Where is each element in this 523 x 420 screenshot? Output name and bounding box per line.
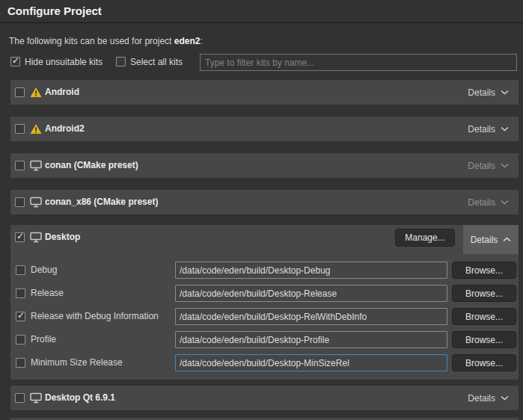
chevron-down-icon (501, 90, 509, 95)
kit-checkbox[interactable] (15, 393, 25, 403)
select-all-kits-checkbox[interactable] (116, 57, 126, 67)
chevron-down-icon (501, 163, 509, 168)
build-config-checkbox[interactable] (16, 288, 25, 298)
kit-row-desktop: Desktop Manage... Details Debug Browse..… (10, 225, 519, 380)
details-toggle[interactable]: Details (458, 190, 519, 214)
kit-name: conan_x86 (CMake preset) (45, 190, 158, 214)
kit-filter-input[interactable] (200, 54, 517, 71)
kit-checkbox[interactable] (15, 87, 25, 97)
browse-button[interactable]: Browse... (452, 308, 516, 325)
build-config-row-relwithdebinfo: Release with Debug Information Browse... (10, 308, 519, 325)
details-toggle[interactable]: Details (458, 386, 519, 410)
kit-name: Desktop (45, 225, 80, 250)
build-config-checkbox[interactable] (16, 358, 25, 368)
details-toggle[interactable]: Details (463, 225, 519, 254)
kit-row-conan-x86: conan_x86 (CMake preset) Details (10, 190, 519, 214)
details-label: Details (468, 124, 495, 135)
desktop-icon (30, 197, 43, 209)
build-config-label: Release with Debug Information (31, 308, 159, 325)
details-label: Details (468, 393, 495, 404)
details-toggle[interactable]: Details (458, 117, 519, 141)
browse-button[interactable]: Browse... (452, 262, 516, 279)
browse-button[interactable]: Browse... (452, 285, 516, 302)
kit-checkbox[interactable] (15, 232, 25, 242)
desktop-icon (30, 392, 43, 404)
kit-row-android2: Android2 Details (10, 117, 519, 141)
build-config-label: Minimum Size Release (31, 354, 123, 371)
build-config-checkbox[interactable] (16, 335, 25, 345)
browse-button[interactable]: Browse... (452, 354, 516, 371)
build-dir-input[interactable] (175, 354, 447, 371)
page-title: Configure Project (7, 4, 102, 17)
warning-icon (30, 87, 43, 99)
build-dir-input[interactable] (175, 262, 447, 279)
select-all-kits-label: Select all kits (130, 57, 183, 68)
build-config-row-minsizerel: Minimum Size Release Browse... (10, 354, 519, 371)
desktop-icon (30, 160, 43, 172)
kit-checkbox[interactable] (15, 124, 25, 134)
chevron-down-icon (501, 395, 509, 401)
details-label: Details (471, 235, 498, 245)
kit-checkbox[interactable] (15, 197, 25, 207)
build-config-checkbox[interactable] (16, 265, 25, 275)
kit-name: conan (CMake preset) (45, 153, 138, 178)
kit-row-conan: conan (CMake preset) Details (10, 153, 519, 178)
build-config-label: Release (31, 285, 64, 302)
kit-name: Desktop Qt 6.9.1 (45, 386, 115, 410)
kit-name: Android2 (45, 117, 85, 141)
project-name: eden2 (174, 36, 201, 46)
intro-suffix: : (200, 36, 202, 46)
kit-row-android: Android Details (10, 80, 519, 105)
details-toggle[interactable]: Details (458, 80, 519, 105)
chevron-up-icon (503, 237, 511, 242)
details-label: Details (468, 161, 495, 171)
build-config-checkbox[interactable] (16, 312, 25, 321)
chevron-down-icon (501, 200, 509, 205)
details-label: Details (468, 197, 495, 208)
details-label: Details (468, 87, 495, 98)
chevron-down-icon (501, 126, 509, 132)
hide-unsuitable-checkbox[interactable] (10, 57, 20, 67)
details-toggle[interactable]: Details (458, 153, 519, 178)
build-dir-input[interactable] (175, 331, 447, 348)
intro-text: The following kits can be used for proje… (9, 36, 203, 46)
build-config-row-profile: Profile Browse... (10, 331, 519, 348)
build-config-row-debug: Debug Browse... (10, 262, 519, 279)
kit-checkbox[interactable] (15, 161, 25, 170)
desktop-icon (30, 232, 43, 244)
build-dir-input[interactable] (175, 285, 447, 302)
build-config-label: Profile (31, 331, 56, 348)
browse-button[interactable]: Browse... (452, 331, 516, 348)
build-config-row-release: Release Browse... (10, 285, 519, 302)
kit-row-desktop-qt-691: Desktop Qt 6.9.1 Details (10, 386, 519, 410)
manage-button[interactable]: Manage... (395, 229, 455, 247)
hide-unsuitable-label: Hide unsuitable kits (25, 57, 103, 68)
kit-name: Android (45, 80, 79, 105)
intro-prefix: The following kits can be used for proje… (9, 36, 174, 46)
title-divider (0, 22, 523, 23)
build-dir-input[interactable] (175, 308, 447, 325)
build-config-label: Debug (31, 262, 57, 279)
warning-icon (30, 123, 43, 135)
